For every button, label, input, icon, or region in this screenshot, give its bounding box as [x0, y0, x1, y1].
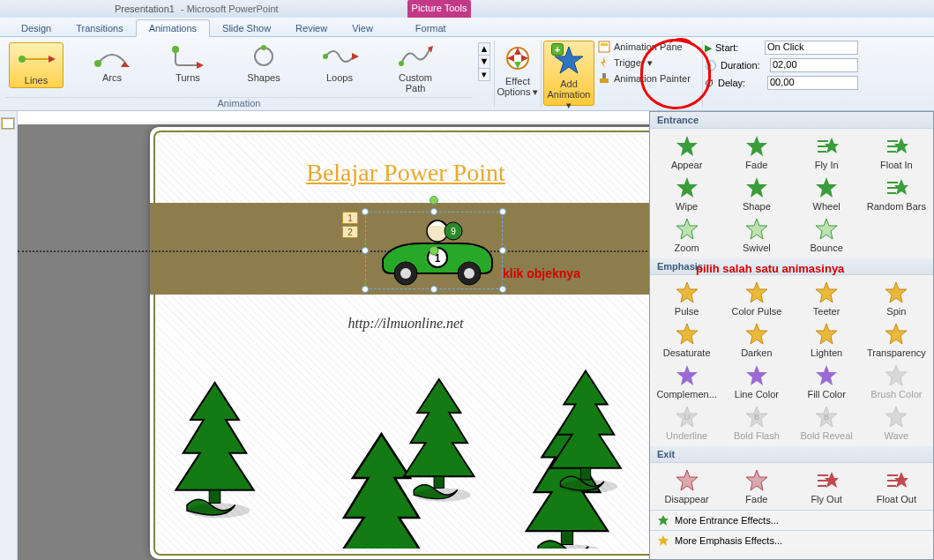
- gallery-item-float-out[interactable]: Float Out: [862, 467, 931, 508]
- animation-tag-1[interactable]: 1: [342, 212, 358, 224]
- gallery-item-swivel[interactable]: Swivel: [721, 215, 791, 257]
- svg-marker-86: [658, 515, 669, 526]
- add-animation-button[interactable]: + AddAnimation ▾: [543, 41, 594, 106]
- start-dropdown[interactable]: On Click: [765, 41, 858, 55]
- group-label-animation: Animation: [5, 97, 473, 110]
- gallery-item-wipe[interactable]: Wipe: [652, 174, 721, 215]
- svg-marker-21: [601, 57, 606, 68]
- gallery-item-desaturate[interactable]: Desaturate: [652, 320, 721, 362]
- slide-thumbnail-rail[interactable]: [0, 111, 18, 560]
- gallery-item-transparency[interactable]: Transparency: [862, 320, 931, 362]
- duration-input[interactable]: 02,00: [770, 58, 858, 72]
- svg-point-3: [94, 60, 101, 67]
- svg-point-8: [261, 45, 266, 50]
- annotation-pilih-animasi: pilih salah satu animasinya: [696, 262, 925, 275]
- tab-view[interactable]: View: [340, 20, 385, 36]
- star-icon: [675, 322, 699, 347]
- start-icon: ▶: [705, 42, 712, 54]
- star-icon: U: [675, 405, 699, 429]
- tab-design[interactable]: Design: [9, 20, 64, 36]
- motion-lines[interactable]: Lines: [9, 42, 64, 88]
- car-clipart: 9 1: [365, 212, 503, 289]
- delay-icon: ⏱: [705, 78, 714, 88]
- selected-object-car[interactable]: 9 1: [365, 212, 503, 289]
- tab-format[interactable]: Format: [403, 20, 459, 36]
- gallery-item-fly-in[interactable]: Fly In: [792, 132, 862, 174]
- painter-icon: [598, 72, 610, 85]
- gallery-item-color-pulse[interactable]: Color Pulse: [721, 279, 791, 320]
- gallery-item-complemen-[interactable]: Complemen...: [652, 362, 721, 403]
- motion-turns[interactable]: Turns: [161, 42, 215, 83]
- svg-marker-57: [676, 282, 698, 302]
- animation-tag-2[interactable]: 2: [342, 226, 358, 238]
- svg-rect-20: [601, 43, 608, 46]
- gallery-header-exit: Exit: [650, 446, 933, 463]
- star-icon: [884, 322, 908, 347]
- ribbon-group-animation: Lines Arcs Turns Shapes Loops Custom Pat…: [0, 37, 478, 110]
- slide-url-text[interactable]: http://ilmuonline.net: [150, 316, 661, 332]
- animation-pane-button[interactable]: Animation Pane: [598, 41, 700, 53]
- tab-review[interactable]: Review: [283, 20, 340, 36]
- slide-thumbnail-1[interactable]: [2, 118, 14, 129]
- svg-marker-75: [885, 407, 907, 427]
- star-icon: [657, 514, 669, 526]
- gallery-item-fade[interactable]: Fade: [721, 132, 791, 174]
- star-icon: [675, 175, 699, 200]
- gallery-item-random-bars[interactable]: Random Bars: [862, 174, 931, 215]
- gallery-item-pulse[interactable]: Pulse: [652, 279, 721, 320]
- star-icon: [814, 134, 839, 159]
- more-emphasis-effects[interactable]: More Emphasis Effects...: [650, 530, 933, 550]
- gallery-item-bold-reveal: BBold Reveal: [792, 403, 862, 444]
- trigger-icon: [598, 56, 610, 69]
- annotation-klik-objeknya: klik objeknya: [503, 266, 580, 280]
- rotate-handle[interactable]: [430, 196, 438, 205]
- trigger-button[interactable]: Trigger▾: [598, 56, 700, 69]
- add-animation-gallery: Entrance AppearFadeFly InFloat InWipeSha…: [649, 111, 934, 560]
- gallery-item-wheel[interactable]: Wheel: [792, 174, 862, 215]
- gallery-item-fade[interactable]: Fade: [721, 467, 791, 508]
- star-icon: [744, 134, 769, 159]
- contextual-tab-picture-tools: Picture Tools: [407, 0, 471, 18]
- star-icon: [675, 468, 699, 493]
- gallery-item-shape[interactable]: Shape: [721, 174, 791, 215]
- star-icon: [814, 468, 839, 493]
- effect-options-button[interactable]: EffectOptions ▾: [495, 37, 541, 110]
- gallery-item-darken[interactable]: Darken: [721, 320, 791, 362]
- gallery-item-bounce[interactable]: Bounce: [792, 215, 862, 257]
- gallery-item-disappear[interactable]: Disappear: [652, 467, 721, 508]
- gallery-item-appear[interactable]: Appear: [652, 132, 721, 174]
- motion-arcs[interactable]: Arcs: [85, 42, 139, 83]
- tab-slideshow[interactable]: Slide Show: [210, 20, 283, 36]
- ribbon-group-timing: ▶ Start: On Click 🕘 Duration: 02,00 ⏱ De…: [703, 37, 860, 110]
- more-entrance-effects[interactable]: More Entrance Effects...: [650, 510, 933, 530]
- star-icon: [814, 217, 839, 242]
- ribbon-tabs: Design Transitions Animations Slide Show…: [0, 18, 934, 37]
- gallery-item-spin[interactable]: Spin: [862, 279, 931, 320]
- svg-marker-48: [746, 177, 767, 198]
- svg-marker-53: [894, 179, 908, 195]
- star-icon: B: [744, 405, 769, 429]
- slide-canvas[interactable]: Belajar Power Point 1 2: [150, 127, 661, 559]
- svg-point-31: [400, 268, 411, 279]
- gallery-item-fill-color[interactable]: Fill Color: [792, 362, 862, 403]
- gallery-item-fly-out[interactable]: Fly Out: [792, 467, 862, 508]
- star-icon: [744, 280, 769, 305]
- motion-loops[interactable]: Loops: [312, 42, 367, 83]
- gallery-item-line-color[interactable]: Line Color: [721, 362, 791, 403]
- animation-painter-button[interactable]: Animation Painter: [598, 72, 700, 85]
- gallery-item-lighten[interactable]: Lighten: [792, 320, 862, 362]
- tab-transitions[interactable]: Transitions: [64, 20, 135, 36]
- svg-marker-58: [746, 282, 767, 302]
- motion-custom-path[interactable]: Custom Path: [388, 42, 443, 93]
- svg-point-34: [430, 246, 438, 255]
- gallery-item-bold-flash: BBold Flash: [721, 403, 791, 444]
- ribbon-group-advanced-animation: Animation Pane Trigger▾ Animation Painte…: [596, 37, 702, 110]
- slide-title[interactable]: Belajar Power Point: [150, 159, 661, 187]
- motion-shapes[interactable]: Shapes: [236, 42, 291, 83]
- tab-animations[interactable]: Animations: [136, 19, 210, 37]
- gallery-item-float-in[interactable]: Float In: [862, 132, 931, 174]
- delay-input[interactable]: 00,00: [767, 76, 858, 90]
- gallery-item-teeter[interactable]: Teeter: [792, 279, 862, 320]
- gallery-item-zoom[interactable]: Zoom: [652, 215, 721, 257]
- gallery-header-entrance: Entrance: [650, 112, 933, 129]
